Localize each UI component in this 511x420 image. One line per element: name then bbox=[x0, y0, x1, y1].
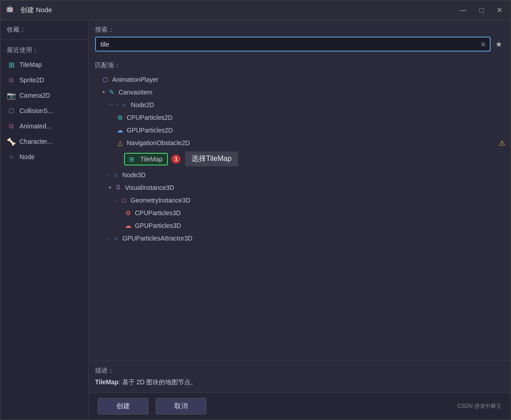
bottom-bar: 创建 取消 CSDN @龙中舞王 bbox=[89, 392, 511, 420]
tree-item-label: Node2D bbox=[131, 101, 154, 109]
tree-item-label: GPUParticlesAttractor3D bbox=[122, 235, 192, 242]
collisions-icon: □ bbox=[7, 106, 16, 115]
tree-area[interactable]: ⬡ AnimationPlayer ✦ ✎ CanvasItem └╴ ◦ ○ … bbox=[89, 71, 511, 361]
maximize-button[interactable]: □ bbox=[477, 5, 487, 15]
bottom-buttons: 创建 取消 bbox=[98, 398, 206, 415]
tree-item-navigationobstacle2d[interactable]: △ NavigationObstacle2D ⚠ bbox=[89, 137, 511, 149]
search-clear-button[interactable]: ✕ bbox=[478, 40, 488, 48]
sidebar-item-label: Sprite2D bbox=[19, 76, 44, 84]
tree-item-cpuparticles3d[interactable]: ⚙ CPUParticles3D bbox=[89, 207, 511, 219]
search-area: 搜索： ✕ ★ bbox=[89, 20, 511, 57]
tree-item-label: CanvasItem bbox=[119, 89, 153, 96]
close-button[interactable]: ✕ bbox=[494, 5, 505, 15]
navobstacle-icon: △ bbox=[116, 139, 124, 147]
tree-item-gpuparticles2d[interactable]: ☁ GPUParticles2D bbox=[89, 124, 511, 137]
tilemap-icon: ⊞ bbox=[7, 60, 16, 69]
search-star-button[interactable]: ★ bbox=[493, 38, 504, 51]
favorites-label: 收藏： bbox=[0, 20, 88, 38]
sidebar-item-animated[interactable]: ☺ Animated... bbox=[0, 118, 88, 134]
sprite2d-icon: ☺ bbox=[7, 76, 16, 85]
watermark: CSDN @龙中舞王 bbox=[457, 402, 501, 410]
tree-item-animationplayer[interactable]: ⬡ AnimationPlayer bbox=[89, 73, 511, 86]
description-rest: : 基于 2D 图块的地图节点。 bbox=[119, 378, 197, 386]
gpuparticles3d-icon: ☁ bbox=[124, 222, 132, 230]
create-button[interactable]: 创建 bbox=[98, 398, 148, 415]
sidebar-item-node[interactable]: ○ Node bbox=[0, 149, 88, 165]
tree-item-node3d[interactable]: ◦ ○ Node3D bbox=[89, 169, 511, 181]
geometryinstance3d-icon: □ bbox=[119, 196, 128, 204]
sidebar-item-label: TileMap bbox=[19, 61, 42, 68]
camera2d-icon: 📷 bbox=[7, 91, 16, 100]
sidebar-item-label: Node bbox=[19, 153, 34, 160]
main-content: 收藏： 最近使用： ⊞ TileMap ☺ Sprite2D 📷 Camera2… bbox=[0, 20, 511, 420]
window: 🤖 创建 Node — □ ✕ 收藏： 最近使用： ⊞ TileMap bbox=[0, 0, 511, 420]
tree-item-gpuparticles3d[interactable]: ☁ GPUParticles3D bbox=[89, 219, 511, 232]
minimize-button[interactable]: — bbox=[457, 5, 469, 15]
cancel-button[interactable]: 取消 bbox=[156, 398, 206, 415]
right-panel: 搜索： ✕ ★ 匹配项： ⬡ AnimationPlayer bbox=[89, 20, 511, 420]
titlebar-left: 🤖 创建 Node bbox=[6, 5, 52, 16]
sidebar-item-label: CollisionS... bbox=[19, 107, 53, 114]
tilemap-tree-icon: ⊞ bbox=[128, 155, 136, 163]
tree-item-node2d[interactable]: └╴ ◦ ○ Node2D bbox=[89, 99, 511, 111]
tilemap-tooltip: 选择TileMap bbox=[185, 151, 238, 166]
warning-icon: ⚠ bbox=[499, 139, 505, 147]
recent-label: 最近使用： bbox=[0, 42, 88, 57]
cpuparticles2d-icon: ⚙ bbox=[116, 113, 124, 122]
tree-item-label: CPUParticles3D bbox=[135, 209, 181, 217]
tree-item-visualinstance3d[interactable]: ✦ ⠿ VisualInstance3D bbox=[89, 181, 511, 194]
node-icon: ○ bbox=[7, 152, 16, 161]
search-input[interactable] bbox=[95, 37, 491, 52]
description-bold: TileMap bbox=[95, 378, 119, 386]
description-area: 描述： TileMap: 基于 2D 图块的地图节点。 bbox=[89, 361, 511, 392]
visualinstance3d-icon: ⠿ bbox=[114, 184, 122, 192]
sidebar-item-camera2d[interactable]: 📷 Camera2D bbox=[0, 88, 88, 103]
tree-item-tilemap[interactable]: ⊞ TileMap 1 选择TileMap bbox=[89, 149, 511, 169]
tree-item-label: NavigationObstacle2D bbox=[127, 139, 190, 146]
sidebar-item-sprite2d[interactable]: ☺ Sprite2D bbox=[0, 72, 88, 88]
description-label: 描述： bbox=[95, 367, 504, 375]
canvasitem-icon: ✎ bbox=[108, 88, 116, 96]
sidebar-item-label: Character... bbox=[19, 138, 52, 145]
titlebar: 🤖 创建 Node — □ ✕ bbox=[0, 0, 511, 20]
sidebar: 收藏： 最近使用： ⊞ TileMap ☺ Sprite2D 📷 Camera2… bbox=[0, 20, 89, 420]
node3d-icon: ○ bbox=[111, 171, 119, 179]
tilemap-label: TileMap bbox=[140, 156, 162, 163]
tree-item-label: CPUParticles2D bbox=[127, 114, 172, 121]
tilemap-highlight-box: ⊞ TileMap bbox=[124, 153, 168, 165]
tree-item-cpuparticles2d[interactable]: ⚙ CPUParticles2D bbox=[89, 111, 511, 124]
tree-item-label: AnimationPlayer bbox=[112, 76, 158, 83]
gpuparticles2d-icon: ☁ bbox=[116, 126, 124, 134]
tree-item-gpuparticlesattractor3d[interactable]: ◦ ○ GPUParticlesAttractor3D bbox=[89, 232, 511, 245]
tree-item-canvasitem[interactable]: ✦ ✎ CanvasItem bbox=[89, 86, 511, 99]
divider bbox=[0, 39, 88, 40]
attractor3d-icon: ○ bbox=[111, 234, 119, 242]
sidebar-item-label: Camera2D bbox=[19, 92, 50, 99]
tree-item-label: GeometryInstance3D bbox=[130, 197, 190, 204]
search-input-wrap: ✕ bbox=[95, 37, 491, 52]
sidebar-item-label: Animated... bbox=[19, 123, 52, 130]
search-label: 搜索： bbox=[95, 26, 504, 34]
window-title: 创建 Node bbox=[20, 6, 52, 14]
tree-item-label: GPUParticles2D bbox=[127, 127, 173, 134]
sidebar-item-character[interactable]: 🦴 Character... bbox=[0, 134, 88, 149]
titlebar-controls: — □ ✕ bbox=[457, 5, 505, 15]
tree-item-label: GPUParticles3D bbox=[135, 222, 181, 229]
sidebar-item-tilemap[interactable]: ⊞ TileMap bbox=[0, 57, 88, 72]
tree-item-label: Node3D bbox=[122, 171, 145, 179]
description-text: TileMap: 基于 2D 图块的地图节点。 bbox=[95, 378, 504, 387]
cpuparticles3d-icon: ⚙ bbox=[124, 209, 132, 217]
tree-item-geometryinstance3d[interactable]: ◦ □ GeometryInstance3D bbox=[89, 194, 511, 207]
search-row: ✕ ★ bbox=[95, 37, 504, 52]
matches-label: 匹配项： bbox=[89, 57, 511, 71]
recent-items-list: ⊞ TileMap ☺ Sprite2D 📷 Camera2D □ Collis… bbox=[0, 57, 88, 420]
tilemap-badge: 1 bbox=[172, 155, 181, 164]
node2d-icon: ○ bbox=[120, 101, 128, 109]
app-icon: 🤖 bbox=[6, 5, 17, 16]
sidebar-item-collisions[interactable]: □ CollisionS... bbox=[0, 103, 88, 118]
character-icon: 🦴 bbox=[7, 137, 16, 146]
tree-item-label: VisualInstance3D bbox=[125, 184, 174, 191]
animationplayer-icon: ⬡ bbox=[101, 76, 110, 84]
animated-icon: ☺ bbox=[7, 122, 16, 131]
